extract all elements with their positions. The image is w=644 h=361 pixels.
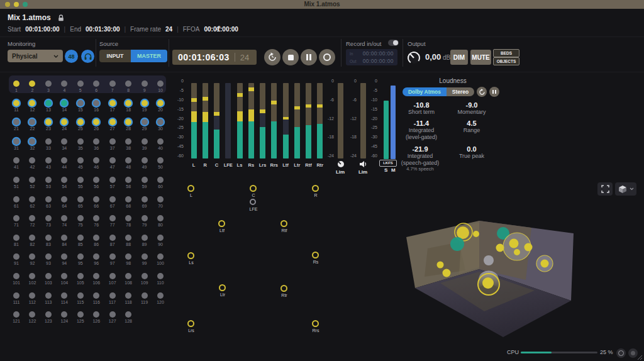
- channel-dot-49[interactable]: [142, 157, 148, 164]
- loudness-tab-dolby-atmos[interactable]: Dolby Atmos: [402, 87, 447, 96]
- channel-dot-25[interactable]: [77, 119, 84, 125]
- channel-dot-3[interactable]: [45, 81, 52, 87]
- channel-dot-57[interactable]: [109, 177, 116, 183]
- loudness-tab-stereo[interactable]: Stereo: [447, 87, 474, 96]
- channel-dot-68[interactable]: [125, 196, 131, 203]
- channel-dot-69[interactable]: [142, 196, 148, 203]
- channel-dot-58[interactable]: [125, 177, 131, 183]
- channel-dot-109[interactable]: [142, 273, 148, 279]
- channel-dot-87[interactable]: [109, 235, 116, 241]
- channel-dot-98[interactable]: [125, 253, 131, 260]
- channel-dot-115[interactable]: [77, 292, 84, 299]
- channel-dot-123[interactable]: [45, 311, 52, 318]
- channel-dot-121[interactable]: [13, 311, 19, 318]
- channel-dot-35[interactable]: [77, 138, 84, 145]
- channel-dot-24[interactable]: [61, 119, 67, 125]
- channel-dot-85[interactable]: [77, 235, 84, 241]
- speaker-ring-LFE[interactable]: [250, 199, 256, 205]
- channel-dot-34[interactable]: [61, 138, 67, 145]
- channel-dot-92[interactable]: [29, 253, 35, 260]
- channel-dot-29[interactable]: [142, 119, 148, 125]
- channel-dot-83[interactable]: [45, 235, 52, 241]
- channel-dot-47[interactable]: [109, 157, 116, 164]
- channel-dot-30[interactable]: [157, 119, 164, 125]
- channel-dot-127[interactable]: [109, 311, 116, 318]
- channel-dot-45[interactable]: [77, 157, 84, 164]
- channel-dot-118[interactable]: [125, 292, 131, 299]
- channel-dot-90[interactable]: [157, 235, 164, 241]
- channel-dot-108[interactable]: [125, 273, 131, 279]
- record-button[interactable]: [319, 49, 335, 65]
- resize-handle[interactable]: [636, 354, 643, 360]
- channel-dot-114[interactable]: [61, 292, 67, 299]
- channel-dot-48[interactable]: [125, 157, 131, 164]
- mute-button[interactable]: MUTE: [470, 50, 491, 65]
- channel-dot-67[interactable]: [109, 196, 116, 203]
- channel-dot-53[interactable]: [45, 177, 52, 183]
- channel-dot-59[interactable]: [142, 177, 148, 183]
- channel-dot-70[interactable]: [157, 196, 164, 203]
- channel-dot-39[interactable]: [142, 138, 148, 145]
- channel-dot-15[interactable]: [77, 100, 84, 106]
- channel-dot-100[interactable]: [157, 253, 164, 260]
- channel-dot-38[interactable]: [125, 138, 131, 145]
- channel-dot-21[interactable]: [13, 119, 19, 125]
- speaker-ring-Lrs[interactable]: [187, 320, 194, 327]
- channel-dot-119[interactable]: [142, 292, 148, 299]
- channel-dot-1[interactable]: [13, 81, 19, 87]
- channel-dot-66[interactable]: [93, 196, 99, 203]
- channel-dot-20[interactable]: [157, 100, 164, 106]
- channel-dot-103[interactable]: [45, 273, 52, 279]
- channel-dot-55[interactable]: [77, 177, 84, 183]
- speaker-ring-Rs[interactable]: [312, 252, 319, 258]
- speaker-ring-Ltf[interactable]: [218, 220, 225, 227]
- channel-dot-84[interactable]: [61, 235, 67, 241]
- edit-pencil-icon[interactable]: ✎: [215, 25, 221, 33]
- channel-dot-61[interactable]: [13, 196, 19, 203]
- channel-dot-7[interactable]: [109, 81, 116, 87]
- dim-button[interactable]: DIM: [450, 50, 468, 65]
- channel-dot-33[interactable]: [45, 138, 52, 145]
- channel-dot-54[interactable]: [61, 177, 67, 183]
- channel-dot-97[interactable]: [109, 253, 116, 260]
- channel-dot-94[interactable]: [61, 253, 67, 260]
- channel-dot-106[interactable]: [93, 273, 99, 279]
- record-inout-toggle[interactable]: [388, 40, 399, 46]
- speaker-ring-C[interactable]: [250, 185, 257, 192]
- channel-dot-117[interactable]: [109, 292, 116, 299]
- speaker-ring-Ltr[interactable]: [219, 284, 226, 291]
- channel-dot-77[interactable]: [109, 215, 116, 221]
- loudness-pause-button[interactable]: [489, 87, 499, 97]
- channel-dot-40[interactable]: [157, 138, 164, 145]
- timecode-display[interactable]: 00:01:06:03 24: [172, 50, 257, 65]
- channel-dot-16[interactable]: [93, 100, 99, 106]
- channel-dot-14[interactable]: [61, 100, 67, 106]
- channel-dot-102[interactable]: [29, 273, 35, 279]
- channel-dot-126[interactable]: [93, 311, 99, 318]
- channel-dot-41[interactable]: [13, 157, 19, 164]
- channel-dot-95[interactable]: [77, 253, 84, 260]
- headphone-badge[interactable]: [81, 50, 94, 63]
- output-volume-knob[interactable]: [406, 50, 421, 65]
- speaker-ring-Rtr[interactable]: [280, 285, 287, 292]
- channel-dot-37[interactable]: [109, 138, 116, 145]
- beds-button[interactable]: BEDS: [493, 49, 519, 57]
- channel-dot-71[interactable]: [13, 215, 19, 221]
- channel-dot-93[interactable]: [45, 253, 52, 260]
- channel-dot-125[interactable]: [77, 311, 84, 318]
- channel-dot-65[interactable]: [77, 196, 84, 203]
- channel-dot-75[interactable]: [77, 215, 84, 221]
- channel-dot-110[interactable]: [157, 273, 164, 279]
- channel-dot-5[interactable]: [77, 81, 84, 87]
- channel-dot-116[interactable]: [93, 292, 99, 299]
- channel-dot-43[interactable]: [45, 157, 52, 164]
- channel-dot-36[interactable]: [93, 138, 99, 145]
- fullscreen-button[interactable]: [597, 182, 613, 196]
- channel-dot-128[interactable]: [125, 311, 131, 318]
- speaker-ring-R[interactable]: [312, 185, 319, 192]
- channel-dot-107[interactable]: [109, 273, 116, 279]
- channel-dot-17[interactable]: [109, 100, 116, 106]
- objects-button[interactable]: OBJECTS: [493, 57, 519, 65]
- channel-dot-113[interactable]: [45, 292, 52, 299]
- channel-dot-12[interactable]: [29, 100, 35, 106]
